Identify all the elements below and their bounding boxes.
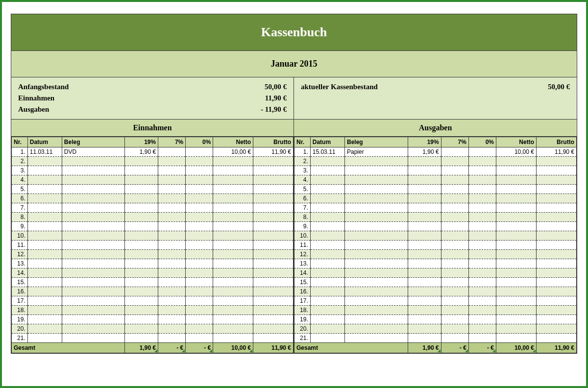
cell-nr[interactable]: 15.: [294, 278, 311, 287]
cell-p19[interactable]: [408, 334, 441, 343]
cell-beleg[interactable]: [62, 324, 125, 334]
cell-brutto[interactable]: [253, 268, 294, 278]
cell-nr[interactable]: 21.: [294, 334, 311, 343]
cell-nr[interactable]: 16.: [12, 287, 28, 296]
cell-p7[interactable]: [441, 241, 468, 250]
cell-p19[interactable]: [408, 157, 441, 166]
cell-datum[interactable]: [310, 268, 344, 278]
cell-beleg[interactable]: [345, 278, 408, 287]
cell-datum[interactable]: [310, 250, 344, 259]
cell-netto[interactable]: [213, 157, 253, 166]
cell-beleg[interactable]: [345, 306, 408, 315]
cell-p19[interactable]: [408, 324, 441, 334]
cell-p0[interactable]: [468, 296, 496, 306]
cell-netto[interactable]: [496, 334, 537, 343]
cell-beleg[interactable]: Papier: [345, 147, 408, 157]
cell-p19[interactable]: [408, 259, 441, 268]
cell-nr[interactable]: 5.: [12, 185, 28, 194]
cell-brutto[interactable]: [253, 306, 294, 315]
cell-beleg[interactable]: [62, 287, 125, 296]
dropdown-icon[interactable]: [154, 349, 157, 352]
cell-p0[interactable]: [468, 306, 496, 315]
cell-netto[interactable]: [213, 259, 253, 268]
cell-p0[interactable]: [468, 203, 496, 213]
cell-datum[interactable]: [27, 166, 62, 175]
cell-p0[interactable]: [468, 259, 496, 268]
cell-p7[interactable]: [441, 250, 468, 259]
cell-datum[interactable]: [27, 259, 62, 268]
cell-netto[interactable]: [496, 306, 537, 315]
cell-brutto[interactable]: [536, 194, 576, 203]
cell-p0[interactable]: [468, 250, 496, 259]
cell-nr[interactable]: 12.: [294, 250, 311, 259]
cell-brutto[interactable]: 11,90 €: [253, 147, 294, 157]
cell-p0[interactable]: [468, 287, 496, 296]
cell-beleg[interactable]: [62, 175, 125, 185]
cell-datum[interactable]: [310, 324, 344, 334]
cell-p7[interactable]: [158, 203, 186, 213]
cell-datum[interactable]: [27, 334, 62, 343]
cell-p19[interactable]: [125, 334, 158, 343]
cell-nr[interactable]: 19.: [294, 315, 311, 324]
cell-datum[interactable]: [27, 278, 62, 287]
cell-nr[interactable]: 15.: [12, 278, 28, 287]
cell-brutto[interactable]: [253, 259, 294, 268]
cell-p0[interactable]: [186, 175, 213, 185]
cell-beleg[interactable]: [345, 334, 408, 343]
cell-datum[interactable]: [27, 268, 62, 278]
cell-p7[interactable]: [158, 315, 186, 324]
cell-brutto[interactable]: [253, 250, 294, 259]
cell-brutto[interactable]: [536, 185, 576, 194]
cell-p0[interactable]: [186, 147, 213, 157]
cell-nr[interactable]: 9.: [294, 222, 311, 231]
cell-brutto[interactable]: [253, 213, 294, 222]
cell-nr[interactable]: 10.: [294, 231, 311, 241]
cell-p19[interactable]: 1,90 €: [125, 147, 158, 157]
cell-p0[interactable]: [186, 324, 213, 334]
cell-p19[interactable]: [125, 241, 158, 250]
cell-beleg[interactable]: [62, 213, 125, 222]
cell-p0[interactable]: [468, 241, 496, 250]
cell-nr[interactable]: 12.: [12, 250, 28, 259]
dropdown-icon[interactable]: [533, 349, 536, 352]
cell-netto[interactable]: [213, 166, 253, 175]
cell-netto[interactable]: [213, 296, 253, 306]
cell-datum[interactable]: [310, 296, 344, 306]
cell-p0[interactable]: [468, 157, 496, 166]
cell-datum[interactable]: [310, 175, 344, 185]
cell-beleg[interactable]: [345, 166, 408, 175]
cell-p7[interactable]: [158, 241, 186, 250]
cell-p0[interactable]: [186, 185, 213, 194]
cell-p7[interactable]: [441, 213, 468, 222]
cell-beleg[interactable]: [345, 194, 408, 203]
cell-nr[interactable]: 7.: [294, 203, 311, 213]
cell-p7[interactable]: [441, 166, 468, 175]
cell-nr[interactable]: 16.: [294, 287, 311, 296]
cell-p0[interactable]: [186, 306, 213, 315]
cell-p19[interactable]: 1,90 €: [408, 147, 441, 157]
cell-nr[interactable]: 21.: [12, 334, 28, 343]
cell-datum[interactable]: [310, 194, 344, 203]
cell-p19[interactable]: [125, 324, 158, 334]
cell-nr[interactable]: 18.: [12, 306, 28, 315]
cell-datum[interactable]: [310, 334, 344, 343]
cell-nr[interactable]: 1.: [12, 147, 28, 157]
cell-brutto[interactable]: [536, 222, 576, 231]
cell-brutto[interactable]: [253, 166, 294, 175]
cell-netto[interactable]: [213, 203, 253, 213]
cell-datum[interactable]: [310, 166, 344, 175]
cell-datum[interactable]: [310, 306, 344, 315]
cell-beleg[interactable]: [62, 250, 125, 259]
cell-datum[interactable]: [310, 157, 344, 166]
cell-p19[interactable]: [125, 296, 158, 306]
cell-p0[interactable]: [186, 278, 213, 287]
cell-p0[interactable]: [186, 166, 213, 175]
cell-datum[interactable]: [310, 259, 344, 268]
cell-p7[interactable]: [158, 194, 186, 203]
cell-beleg[interactable]: [62, 268, 125, 278]
cell-nr[interactable]: 8.: [12, 213, 28, 222]
cell-p7[interactable]: [441, 268, 468, 278]
cell-p19[interactable]: [408, 306, 441, 315]
cell-beleg[interactable]: [345, 268, 408, 278]
cell-beleg[interactable]: [345, 203, 408, 213]
